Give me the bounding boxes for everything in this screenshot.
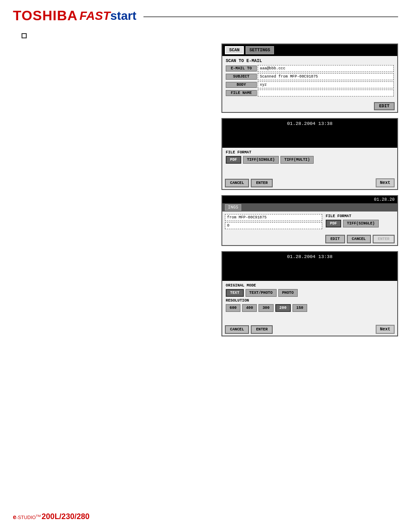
subject-label[interactable]: SUBJECT [226,74,257,80]
fast-logo: FAST [79,9,110,23]
panel3-settings-bar: INGS [222,203,397,212]
toshiba-logo: TOSHIBA [13,8,78,24]
file-format-label: FILE FORMAT [226,150,394,155]
subject-row: SUBJECT Scanned from MFP-00C91875 [226,73,394,80]
panel2-dark-area [222,128,397,148]
photo-button[interactable]: PHOTO [278,289,298,297]
text-photo-button[interactable]: TEXT/PHOTO [246,289,277,297]
text-button[interactable]: TEXT [226,289,244,297]
next-button-p4[interactable]: Next [376,325,395,334]
estudio-text: -STUDIOTM [16,514,41,520]
header: TOSHIBA FAST start [0,0,411,24]
cancel-button-p4[interactable]: CANCEL [225,325,249,334]
original-mode-btn-row: TEXT TEXT/PHOTO PHOTO [226,289,394,297]
file-format-label-p3: FILE FORMAT [326,214,395,218]
panel1-footer: EDIT [222,100,397,112]
panel1-title: SCAN TO E-MAIL [226,59,394,63]
enter-button-p4[interactable]: ENTER [251,325,273,334]
edit-button-panel1[interactable]: EDIT [374,102,395,110]
content-area: SCAN SETTINGS SCAN TO E-MAIL E-MAIL TO a… [0,44,411,336]
edit-button-p3[interactable]: EDIT [325,235,345,243]
tiff-multi-button-p2[interactable]: TIFF(MULTI) [280,156,314,164]
cancel-button-p3[interactable]: CANCEL [347,235,371,243]
res-200-button[interactable]: 200 [275,304,291,312]
panel1-top-bar: SCAN SETTINGS [222,44,397,56]
body-label[interactable]: BODY [226,82,257,88]
body-row: BODY xyz [226,81,394,88]
panel3-left: from MFP-00C91875 0 [225,214,322,230]
panel-scan-email: SCAN SETTINGS SCAN TO E-MAIL E-MAIL TO a… [221,44,398,113]
panel-mixed: 01.28.20 INGS from MFP-00C91875 0 FILE F… [221,195,398,246]
panel4-section: ORIGINAL MODE TEXT TEXT/PHOTO PHOTO RESO… [222,281,397,316]
res-150-button[interactable]: 150 [293,304,307,312]
pdf-button-p2[interactable]: PDF [226,156,241,164]
original-mode-label: ORIGINAL MODE [226,283,394,288]
email-value: aaa@bbb.ccc [258,65,394,72]
panel2-datetime: 01.28.2004 13:38 [222,119,397,128]
subject-value: Scanned from MFP-00C91875 [258,73,394,80]
panel3-footer: EDIT CANCEL ENTER [222,233,397,245]
format-btn-row: PDF TIFF(SINGLE) TIFF(MULTI) [226,156,394,164]
panel2-action-row: CANCEL ENTER Next [222,177,397,189]
panel4-dark-area [222,261,397,281]
filename-row: FILE NAME [226,90,394,96]
estudio-e-icon: e [13,513,16,520]
res-400-button[interactable]: 400 [242,304,257,312]
right-panel: SCAN SETTINGS SCAN TO E-MAIL E-MAIL TO a… [221,44,402,336]
panel3-content: from MFP-00C91875 0 FILE FORMAT PDF TIFF… [222,212,397,233]
resolution-label: RESOLUTION [226,299,394,303]
settings-button[interactable]: SETTINGS [246,46,274,54]
panel3-right: FILE FORMAT PDF TIFF(SINGLE) [326,214,395,230]
panel4-spacer [222,316,397,323]
estudio-model: 200L/230/280 [42,512,90,521]
panel2-section: FILE FORMAT PDF TIFF(SINGLE) TIFF(MULTI) [222,148,397,168]
panel4-datetime: 01.28.2004 13:38 [222,252,397,261]
body-value: xyz [258,81,394,88]
page-footer: e -STUDIOTM 200L/230/280 [13,512,90,521]
panel4-action-row: CANCEL ENTER Next [222,323,397,336]
resolution-btn-row: 600 400 300 200 150 [226,304,394,312]
email-row: E-MAIL TO aaa@bbb.ccc [226,65,394,72]
panel2-spacer [222,168,397,177]
tiff-single-button-p3[interactable]: TIFF(SINGLE) [343,220,379,227]
panel-original-mode: 01.28.2004 13:38 ORIGINAL MODE TEXT TEXT… [221,251,398,336]
res-600-button[interactable]: 600 [226,304,240,312]
cancel-button-p2[interactable]: CANCEL [225,179,249,187]
from-value: from MFP-00C91875 [225,214,322,221]
number-value: 0 [225,222,322,229]
filename-value [258,90,394,96]
pdf-button-p3[interactable]: PDF [326,220,341,227]
next-button-p2[interactable]: Next [376,178,395,187]
panel3-datetime: 01.28.20 [222,196,397,203]
res-300-button[interactable]: 300 [258,304,273,312]
left-panel [13,44,221,336]
scan-button[interactable]: SCAN [225,46,244,54]
email-label[interactable]: E-MAIL TO [226,65,257,72]
panel1-content: SCAN TO E-MAIL E-MAIL TO aaa@bbb.ccc SUB… [222,56,397,100]
bullet-area [0,24,411,44]
header-divider [143,16,398,17]
settings-tab[interactable]: INGS [225,204,241,211]
format-btn-row-p3: PDF TIFF(SINGLE) [326,220,395,227]
enter-button-p2[interactable]: ENTER [251,179,273,187]
enter-button-p3[interactable]: ENTER [373,235,395,243]
bullet-square-icon [22,33,27,38]
panel-file-format: 01.28.2004 13:38 FILE FORMAT PDF TIFF(SI… [221,118,398,190]
trademark: TM [36,514,41,518]
tiff-single-button-p2[interactable]: TIFF(SINGLE) [243,156,279,164]
filename-label[interactable]: FILE NAME [226,90,257,96]
start-logo: start [110,9,137,23]
